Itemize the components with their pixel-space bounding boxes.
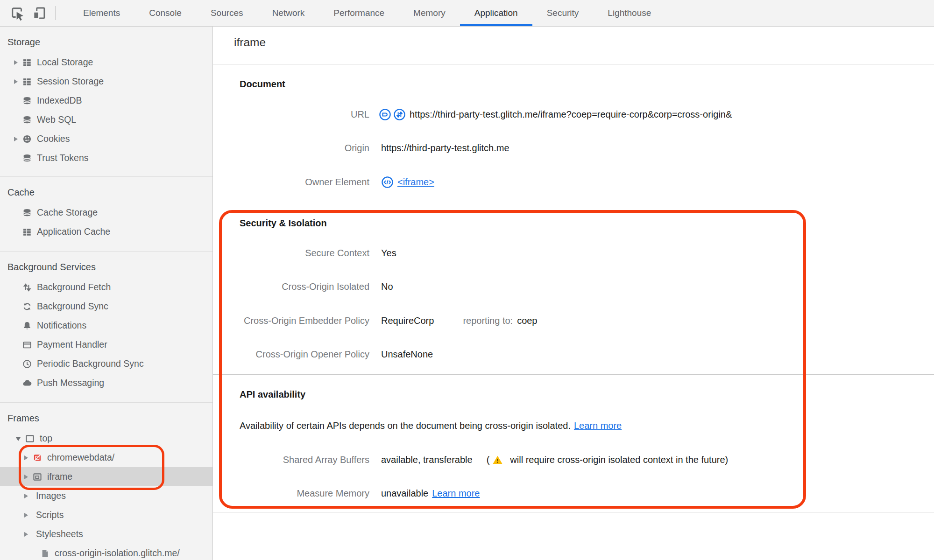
secure-context-row: Secure Context Yes [213, 245, 934, 261]
secure-context-value: Yes [381, 248, 396, 259]
inspect-element-icon[interactable] [8, 4, 26, 22]
sidebar-item-background-fetch[interactable]: Background Fetch [0, 278, 212, 297]
frame-tree-item-top[interactable]: top [0, 429, 212, 448]
sidebar-item-label: Payment Handler [37, 339, 107, 350]
devtools-toolbar: Elements Console Sources Network Perform… [0, 0, 934, 27]
tab-console[interactable]: Console [134, 0, 196, 26]
sidebar-item-label: Background Fetch [37, 282, 111, 293]
divider [213, 64, 934, 64]
table-icon [21, 226, 33, 238]
tab-elements[interactable]: Elements [69, 0, 134, 26]
sidebar-item-session-storage[interactable]: Session Storage [0, 72, 212, 91]
expand-arrow-icon[interactable] [14, 60, 18, 65]
sidebar-item-indexeddb[interactable]: IndexedDB [0, 91, 212, 110]
tab-security[interactable]: Security [532, 0, 594, 26]
sidebar-item-payment-handler[interactable]: Payment Handler [0, 335, 212, 354]
database-icon [21, 95, 33, 106]
tab-sources[interactable]: Sources [196, 0, 258, 26]
tab-application[interactable]: Application [460, 0, 532, 26]
toolbar-separator [55, 6, 56, 20]
sidebar-item-label: Background Sync [37, 301, 108, 312]
application-panel-sidebar: Storage Local Storage Session Storage In… [0, 27, 213, 560]
tab-lighthouse[interactable]: Lighthouse [593, 0, 665, 26]
sidebar-item-label: Cookies [37, 133, 70, 144]
coop-row: Cross-Origin Opener Policy UnsafeNone [213, 346, 934, 362]
sidebar-item-cache-storage[interactable]: Cache Storage [0, 203, 212, 222]
secure-context-label: Secure Context [213, 248, 369, 259]
sidebar-item-notifications[interactable]: Notifications [0, 316, 212, 335]
devtools-window: Elements Console Sources Network Perform… [0, 0, 934, 560]
toolbar-icon-group [0, 0, 58, 26]
sidebar-item-label: Periodic Background Sync [37, 358, 144, 369]
expand-arrow-icon[interactable] [24, 532, 28, 537]
show-network-requests-icon[interactable] [393, 108, 406, 121]
owner-element-row: Owner Element <iframe> [213, 174, 934, 190]
sidebar-item-push-messaging[interactable]: Push Messaging [0, 373, 212, 392]
frame-tree-item-chromewebdata[interactable]: chromewebdata/ [0, 448, 212, 467]
frame-tree-label: Scripts [36, 510, 64, 520]
sidebar-item-background-sync[interactable]: Background Sync [0, 297, 212, 316]
tab-memory[interactable]: Memory [399, 0, 460, 26]
section-title: Cache [0, 182, 212, 203]
coep-label: Cross-Origin Embedder Policy [213, 315, 369, 326]
reveal-in-network-icon[interactable] [379, 108, 391, 121]
frame-tree-item-iframe[interactable]: iframe [0, 467, 212, 486]
tab-network[interactable]: Network [258, 0, 319, 26]
sidebar-item-label: Push Messaging [37, 378, 104, 388]
frame-tree-item-cross-origin-isolation[interactable]: cross-origin-isolation.glitch.me/ [0, 544, 212, 560]
sidebar-section-cache: Cache Cache Storage Application Cache [0, 176, 212, 251]
measure-memory-learn-more-link[interactable]: Learn more [432, 488, 480, 499]
cross-origin-isolated-label: Cross-Origin Isolated [213, 281, 369, 292]
sidebar-section-storage: Storage Local Storage Session Storage In… [0, 27, 212, 176]
frame-tree-label: Stylesheets [36, 529, 83, 539]
device-toolbar-icon[interactable] [30, 4, 48, 22]
frame-tree-item-stylesheets[interactable]: Stylesheets [0, 525, 212, 544]
database-icon [21, 207, 33, 218]
coep-row: Cross-Origin Embedder Policy RequireCorp… [213, 313, 934, 329]
sidebar-section-background-services: Background Services Background Fetch Bac… [0, 251, 212, 402]
measure-memory-value: unavailable [381, 488, 428, 499]
bell-icon [21, 320, 33, 331]
expand-arrow-icon[interactable] [24, 494, 28, 498]
sidebar-item-local-storage[interactable]: Local Storage [0, 53, 212, 72]
expand-arrow-icon[interactable] [14, 79, 18, 84]
expand-arrow-icon[interactable] [14, 137, 18, 141]
shared-array-buffers-value: available, transferable [381, 455, 473, 465]
expand-arrow-icon[interactable] [24, 513, 28, 518]
code-element-icon[interactable] [381, 176, 394, 189]
sidebar-item-application-cache[interactable]: Application Cache [0, 222, 212, 241]
url-label: URL [213, 109, 369, 120]
sidebar-item-label: Session Storage [37, 76, 104, 87]
coep-value: RequireCorp [381, 315, 434, 326]
security-section-heading: Security & Isolation [240, 215, 327, 231]
frame-tree-item-images[interactable]: Images [0, 486, 212, 505]
shared-array-buffers-row: Shared Array Buffers available, transfer… [213, 452, 934, 468]
cloud-icon [21, 378, 33, 389]
sidebar-item-web-sql[interactable]: Web SQL [0, 110, 212, 129]
origin-label: Origin [213, 143, 369, 154]
api-learn-more-link[interactable]: Learn more [574, 420, 622, 431]
tab-performance[interactable]: Performance [319, 0, 399, 26]
warning-icon [492, 455, 503, 465]
sidebar-item-label: Cache Storage [37, 207, 98, 218]
clock-icon [21, 358, 33, 370]
frame-tree-label: iframe [47, 471, 72, 482]
owner-iframe-link[interactable]: <iframe> [397, 177, 434, 188]
api-description-row: Availability of certain APIs depends on … [240, 418, 622, 434]
devtools-tab-bar: Elements Console Sources Network Perform… [69, 0, 665, 26]
url-row: URL https://third-party-test.glitch.me/i… [213, 106, 934, 122]
sidebar-item-label: Web SQL [37, 114, 76, 125]
collapse-arrow-icon[interactable] [16, 437, 21, 441]
expand-arrow-icon[interactable] [24, 455, 28, 460]
sidebar-item-periodic-background-sync[interactable]: Periodic Background Sync [0, 354, 212, 373]
frame-tree-item-scripts[interactable]: Scripts [0, 505, 212, 525]
expand-arrow-icon[interactable] [24, 475, 28, 479]
sidebar-item-trust-tokens[interactable]: Trust Tokens [0, 148, 212, 168]
section-title: Frames [0, 407, 212, 429]
origin-row: Origin https://third-party-test.glitch.m… [213, 140, 934, 156]
coep-reporting-label: reporting to: [463, 315, 513, 326]
sidebar-item-cookies[interactable]: Cookies [0, 129, 212, 148]
sidebar-item-label: Application Cache [37, 226, 110, 237]
api-section-heading: API availability [240, 386, 305, 402]
sync-icon [21, 301, 33, 312]
